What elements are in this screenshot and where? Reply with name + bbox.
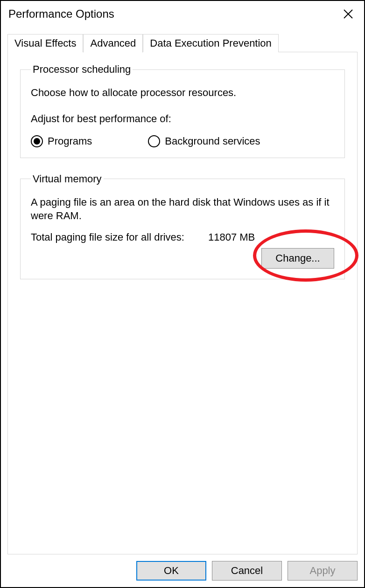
close-icon bbox=[343, 8, 354, 20]
processor-scheduling-legend: Processor scheduling bbox=[31, 63, 133, 76]
tab-visual-effects[interactable]: Visual Effects bbox=[7, 34, 83, 52]
radio-programs-label: Programs bbox=[48, 135, 92, 147]
adjust-performance-label: Adjust for best performance of: bbox=[31, 113, 334, 125]
paging-file-size-label: Total paging file size for all drives: bbox=[31, 231, 208, 243]
radio-programs[interactable]: Programs bbox=[31, 135, 92, 147]
virtual-memory-legend: Virtual memory bbox=[31, 173, 104, 185]
close-button[interactable] bbox=[340, 6, 357, 22]
change-button[interactable]: Change... bbox=[261, 248, 334, 269]
change-button-row: Change... bbox=[31, 248, 334, 269]
window-title: Performance Options bbox=[8, 7, 114, 21]
apply-button[interactable]: Apply bbox=[288, 561, 358, 581]
radio-row: Programs Background services bbox=[31, 135, 334, 147]
radio-background-services[interactable]: Background services bbox=[148, 135, 260, 147]
tab-strip: Visual Effects Advanced Data Execution P… bbox=[7, 34, 358, 52]
processor-scheduling-description: Choose how to allocate processor resourc… bbox=[31, 86, 334, 100]
cancel-button[interactable]: Cancel bbox=[212, 561, 282, 581]
dialog-button-row: OK Cancel Apply bbox=[1, 554, 364, 587]
performance-options-dialog: Performance Options Visual Effects Advan… bbox=[0, 0, 365, 588]
radio-background-label: Background services bbox=[165, 135, 260, 147]
virtual-memory-group: Virtual memory A paging file is an area … bbox=[20, 173, 345, 279]
tab-advanced[interactable]: Advanced bbox=[83, 34, 143, 53]
paging-file-size-value: 11807 MB bbox=[208, 231, 255, 243]
processor-scheduling-group: Processor scheduling Choose how to alloc… bbox=[20, 63, 345, 158]
radio-button-icon bbox=[31, 135, 43, 147]
radio-button-icon bbox=[148, 135, 160, 147]
tabs-region: Visual Effects Advanced Data Execution P… bbox=[1, 27, 364, 554]
paging-file-size-row: Total paging file size for all drives: 1… bbox=[31, 231, 334, 243]
ok-button[interactable]: OK bbox=[136, 561, 206, 581]
tab-panel-advanced: Processor scheduling Choose how to alloc… bbox=[7, 52, 358, 554]
virtual-memory-description: A paging file is an area on the hard dis… bbox=[31, 195, 334, 223]
titlebar: Performance Options bbox=[1, 1, 364, 27]
tab-data-execution-prevention[interactable]: Data Execution Prevention bbox=[143, 34, 279, 52]
